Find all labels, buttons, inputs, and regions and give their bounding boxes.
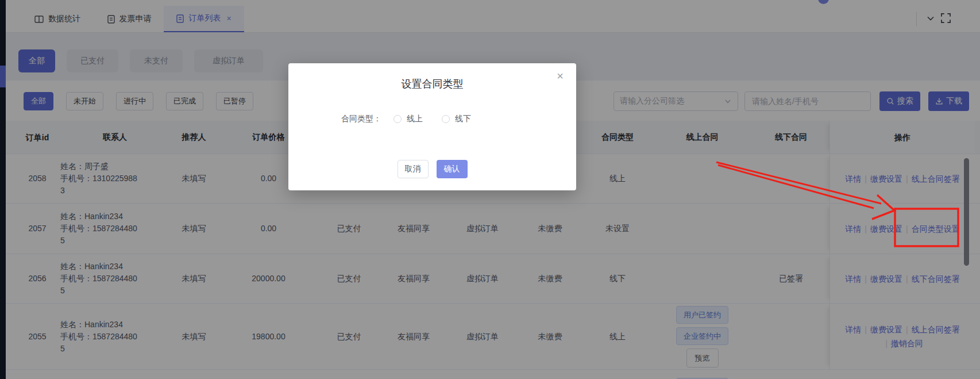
radio-circle-icon[interactable] <box>393 115 402 123</box>
modal-footer: 取消 确认 <box>288 160 576 178</box>
cancel-button[interactable]: 取消 <box>398 160 429 178</box>
modal-title: 设置合同类型 <box>288 77 576 91</box>
radio-online[interactable]: 线上 <box>393 114 423 124</box>
contract-type-modal: 设置合同类型 × 合同类型： 线上 线下 取消 确认 <box>288 63 576 190</box>
radio-circle-icon[interactable] <box>442 115 450 123</box>
modal-close-icon[interactable]: × <box>557 70 564 82</box>
radio-offline-label: 线下 <box>455 114 471 124</box>
contract-type-label: 合同类型： <box>341 114 381 124</box>
radio-offline[interactable]: 线下 <box>442 114 471 124</box>
radio-online-label: 线上 <box>407 114 423 124</box>
contract-type-field: 合同类型： 线上 线下 <box>288 114 576 124</box>
order-admin-app: 数据统计 发票申请 订单列表 × 全部 已支付 未支付 虚拟订单 全部 未开始 … <box>0 0 980 379</box>
confirm-button[interactable]: 确认 <box>437 160 468 178</box>
